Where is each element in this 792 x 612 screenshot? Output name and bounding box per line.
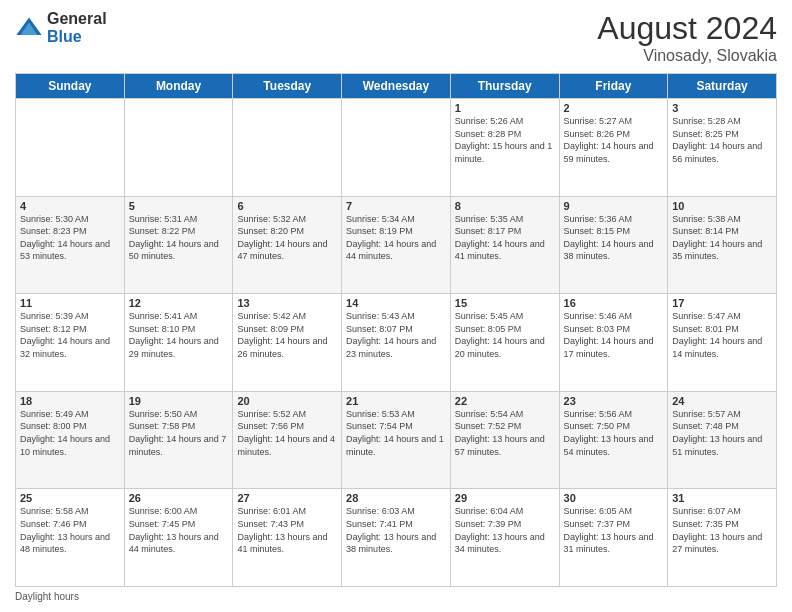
- table-row: [16, 99, 125, 197]
- day-number: 18: [20, 395, 120, 407]
- table-row: 23Sunrise: 5:56 AM Sunset: 7:50 PM Dayli…: [559, 391, 668, 489]
- day-number: 25: [20, 492, 120, 504]
- calendar-week-row: 18Sunrise: 5:49 AM Sunset: 8:00 PM Dayli…: [16, 391, 777, 489]
- day-number: 8: [455, 200, 555, 212]
- logo-text: General Blue: [47, 10, 107, 45]
- logo-icon: [15, 14, 43, 42]
- day-info: Sunrise: 5:26 AM Sunset: 8:28 PM Dayligh…: [455, 115, 555, 165]
- day-number: 2: [564, 102, 664, 114]
- calendar-header-row: Sunday Monday Tuesday Wednesday Thursday…: [16, 74, 777, 99]
- day-number: 26: [129, 492, 229, 504]
- day-info: Sunrise: 5:53 AM Sunset: 7:54 PM Dayligh…: [346, 408, 446, 458]
- col-sunday: Sunday: [16, 74, 125, 99]
- day-number: 3: [672, 102, 772, 114]
- table-row: 15Sunrise: 5:45 AM Sunset: 8:05 PM Dayli…: [450, 294, 559, 392]
- col-monday: Monday: [124, 74, 233, 99]
- day-info: Sunrise: 5:38 AM Sunset: 8:14 PM Dayligh…: [672, 213, 772, 263]
- day-info: Sunrise: 5:43 AM Sunset: 8:07 PM Dayligh…: [346, 310, 446, 360]
- table-row: 28Sunrise: 6:03 AM Sunset: 7:41 PM Dayli…: [342, 489, 451, 587]
- day-info: Sunrise: 5:56 AM Sunset: 7:50 PM Dayligh…: [564, 408, 664, 458]
- day-info: Sunrise: 5:46 AM Sunset: 8:03 PM Dayligh…: [564, 310, 664, 360]
- table-row: 10Sunrise: 5:38 AM Sunset: 8:14 PM Dayli…: [668, 196, 777, 294]
- day-info: Sunrise: 5:34 AM Sunset: 8:19 PM Dayligh…: [346, 213, 446, 263]
- table-row: 31Sunrise: 6:07 AM Sunset: 7:35 PM Dayli…: [668, 489, 777, 587]
- table-row: 7Sunrise: 5:34 AM Sunset: 8:19 PM Daylig…: [342, 196, 451, 294]
- table-row: [342, 99, 451, 197]
- col-thursday: Thursday: [450, 74, 559, 99]
- daylight-label: Daylight hours: [15, 591, 79, 602]
- calendar-table: Sunday Monday Tuesday Wednesday Thursday…: [15, 73, 777, 587]
- day-info: Sunrise: 6:05 AM Sunset: 7:37 PM Dayligh…: [564, 505, 664, 555]
- calendar-week-row: 25Sunrise: 5:58 AM Sunset: 7:46 PM Dayli…: [16, 489, 777, 587]
- col-wednesday: Wednesday: [342, 74, 451, 99]
- day-number: 21: [346, 395, 446, 407]
- page: General Blue August 2024 Vinosady, Slova…: [0, 0, 792, 612]
- day-info: Sunrise: 5:39 AM Sunset: 8:12 PM Dayligh…: [20, 310, 120, 360]
- col-tuesday: Tuesday: [233, 74, 342, 99]
- table-row: 8Sunrise: 5:35 AM Sunset: 8:17 PM Daylig…: [450, 196, 559, 294]
- day-info: Sunrise: 6:03 AM Sunset: 7:41 PM Dayligh…: [346, 505, 446, 555]
- table-row: 3Sunrise: 5:28 AM Sunset: 8:25 PM Daylig…: [668, 99, 777, 197]
- table-row: 9Sunrise: 5:36 AM Sunset: 8:15 PM Daylig…: [559, 196, 668, 294]
- table-row: 25Sunrise: 5:58 AM Sunset: 7:46 PM Dayli…: [16, 489, 125, 587]
- header: General Blue August 2024 Vinosady, Slova…: [15, 10, 777, 65]
- location-subtitle: Vinosady, Slovakia: [597, 47, 777, 65]
- day-info: Sunrise: 5:50 AM Sunset: 7:58 PM Dayligh…: [129, 408, 229, 458]
- day-number: 28: [346, 492, 446, 504]
- day-number: 19: [129, 395, 229, 407]
- day-number: 7: [346, 200, 446, 212]
- logo: General Blue: [15, 10, 107, 45]
- day-info: Sunrise: 5:45 AM Sunset: 8:05 PM Dayligh…: [455, 310, 555, 360]
- day-number: 20: [237, 395, 337, 407]
- day-info: Sunrise: 6:04 AM Sunset: 7:39 PM Dayligh…: [455, 505, 555, 555]
- calendar-week-row: 1Sunrise: 5:26 AM Sunset: 8:28 PM Daylig…: [16, 99, 777, 197]
- day-info: Sunrise: 5:31 AM Sunset: 8:22 PM Dayligh…: [129, 213, 229, 263]
- table-row: 19Sunrise: 5:50 AM Sunset: 7:58 PM Dayli…: [124, 391, 233, 489]
- table-row: [233, 99, 342, 197]
- day-number: 12: [129, 297, 229, 309]
- month-year-title: August 2024: [597, 10, 777, 47]
- calendar-week-row: 4Sunrise: 5:30 AM Sunset: 8:23 PM Daylig…: [16, 196, 777, 294]
- col-friday: Friday: [559, 74, 668, 99]
- day-info: Sunrise: 5:35 AM Sunset: 8:17 PM Dayligh…: [455, 213, 555, 263]
- table-row: 22Sunrise: 5:54 AM Sunset: 7:52 PM Dayli…: [450, 391, 559, 489]
- table-row: 1Sunrise: 5:26 AM Sunset: 8:28 PM Daylig…: [450, 99, 559, 197]
- logo-general-text: General: [47, 10, 107, 28]
- day-info: Sunrise: 6:07 AM Sunset: 7:35 PM Dayligh…: [672, 505, 772, 555]
- table-row: 6Sunrise: 5:32 AM Sunset: 8:20 PM Daylig…: [233, 196, 342, 294]
- day-number: 30: [564, 492, 664, 504]
- day-number: 15: [455, 297, 555, 309]
- day-number: 4: [20, 200, 120, 212]
- day-number: 5: [129, 200, 229, 212]
- day-info: Sunrise: 5:32 AM Sunset: 8:20 PM Dayligh…: [237, 213, 337, 263]
- title-block: August 2024 Vinosady, Slovakia: [597, 10, 777, 65]
- day-number: 11: [20, 297, 120, 309]
- table-row: 17Sunrise: 5:47 AM Sunset: 8:01 PM Dayli…: [668, 294, 777, 392]
- day-number: 23: [564, 395, 664, 407]
- table-row: 4Sunrise: 5:30 AM Sunset: 8:23 PM Daylig…: [16, 196, 125, 294]
- day-number: 31: [672, 492, 772, 504]
- day-number: 29: [455, 492, 555, 504]
- day-info: Sunrise: 5:47 AM Sunset: 8:01 PM Dayligh…: [672, 310, 772, 360]
- day-info: Sunrise: 5:30 AM Sunset: 8:23 PM Dayligh…: [20, 213, 120, 263]
- table-row: 20Sunrise: 5:52 AM Sunset: 7:56 PM Dayli…: [233, 391, 342, 489]
- day-info: Sunrise: 6:01 AM Sunset: 7:43 PM Dayligh…: [237, 505, 337, 555]
- table-row: 26Sunrise: 6:00 AM Sunset: 7:45 PM Dayli…: [124, 489, 233, 587]
- table-row: 11Sunrise: 5:39 AM Sunset: 8:12 PM Dayli…: [16, 294, 125, 392]
- day-info: Sunrise: 5:52 AM Sunset: 7:56 PM Dayligh…: [237, 408, 337, 458]
- table-row: 29Sunrise: 6:04 AM Sunset: 7:39 PM Dayli…: [450, 489, 559, 587]
- logo-blue-text: Blue: [47, 28, 107, 46]
- table-row: 14Sunrise: 5:43 AM Sunset: 8:07 PM Dayli…: [342, 294, 451, 392]
- table-row: 30Sunrise: 6:05 AM Sunset: 7:37 PM Dayli…: [559, 489, 668, 587]
- table-row: 13Sunrise: 5:42 AM Sunset: 8:09 PM Dayli…: [233, 294, 342, 392]
- day-info: Sunrise: 5:41 AM Sunset: 8:10 PM Dayligh…: [129, 310, 229, 360]
- day-number: 24: [672, 395, 772, 407]
- table-row: 18Sunrise: 5:49 AM Sunset: 8:00 PM Dayli…: [16, 391, 125, 489]
- day-number: 10: [672, 200, 772, 212]
- col-saturday: Saturday: [668, 74, 777, 99]
- calendar-week-row: 11Sunrise: 5:39 AM Sunset: 8:12 PM Dayli…: [16, 294, 777, 392]
- table-row: 12Sunrise: 5:41 AM Sunset: 8:10 PM Dayli…: [124, 294, 233, 392]
- day-number: 17: [672, 297, 772, 309]
- table-row: 21Sunrise: 5:53 AM Sunset: 7:54 PM Dayli…: [342, 391, 451, 489]
- day-number: 9: [564, 200, 664, 212]
